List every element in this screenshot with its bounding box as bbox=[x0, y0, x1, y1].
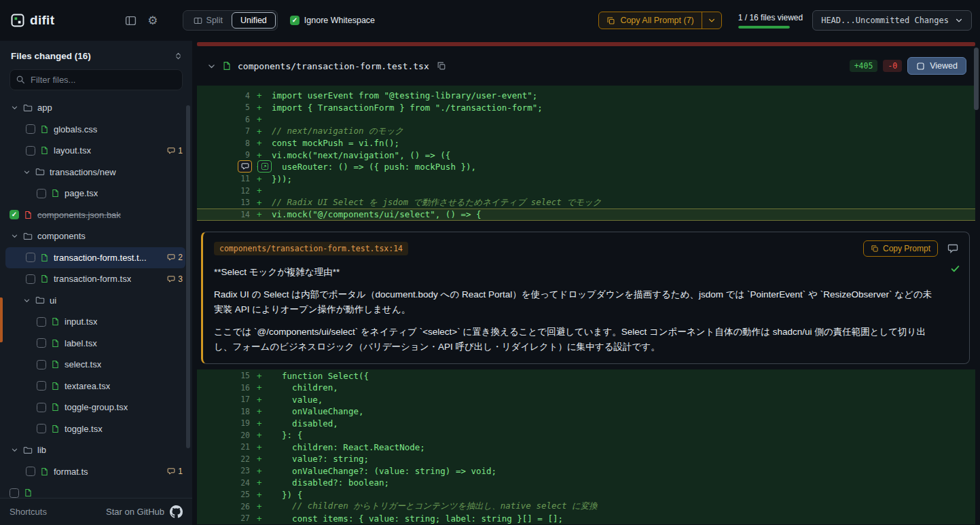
line-number: 5 bbox=[197, 103, 257, 112]
diff-add-sign: + bbox=[257, 150, 272, 160]
sidebar-item-file-selected[interactable]: transaction-form.test.t... 2 bbox=[5, 247, 185, 269]
diff-line[interactable]: 8 + const mockPush = vi.fn(); bbox=[197, 137, 975, 149]
file-checkbox[interactable] bbox=[26, 253, 35, 262]
file-checkbox[interactable] bbox=[10, 488, 19, 498]
sidebar-item-file[interactable]: transaction-form.tsx 3 bbox=[5, 268, 185, 290]
collapse-all-button[interactable] bbox=[174, 52, 183, 60]
file-checkbox[interactable] bbox=[37, 189, 46, 198]
ignore-whitespace-toggle[interactable]: Ignore Whitespace bbox=[290, 16, 375, 25]
star-on-github-link[interactable]: Star on GitHub bbox=[106, 505, 183, 518]
file-checkbox[interactable] bbox=[26, 274, 35, 284]
chevron-down-icon[interactable] bbox=[11, 232, 18, 240]
settings-button[interactable]: ⚙ bbox=[147, 15, 158, 26]
split-view-button[interactable]: Split bbox=[185, 12, 232, 29]
file-checkbox[interactable] bbox=[37, 424, 46, 433]
diff-line[interactable]: 27 + const items: { value: string; label… bbox=[197, 512, 975, 524]
diff-line[interactable]: 23 + onValueChange?: (value: string) => … bbox=[197, 465, 975, 477]
code-text: disabled, bbox=[272, 418, 338, 429]
sidebar-item-file[interactable]: select.tsx bbox=[5, 354, 185, 376]
sidebar-item-file-deleted[interactable]: components.json.bak bbox=[5, 204, 185, 226]
file-checkbox[interactable] bbox=[26, 467, 35, 476]
file-checkbox[interactable] bbox=[10, 210, 19, 219]
sidebar-item-file[interactable]: toggle-group.tsx bbox=[5, 397, 185, 418]
sidebar-item-folder-app[interactable]: app bbox=[5, 97, 185, 119]
diff-line[interactable]: 26 + // children からトリガーとコンテンツを抽出し、native… bbox=[197, 501, 975, 513]
sidebar-item-file[interactable]: format.ts 1 bbox=[5, 461, 185, 483]
sidebar-item-file[interactable]: textarea.tsx bbox=[5, 376, 185, 397]
copy-path-button[interactable] bbox=[437, 61, 446, 71]
collapse-file-chevron-icon[interactable] bbox=[207, 62, 216, 71]
file-checkbox[interactable] bbox=[37, 338, 46, 348]
line-number: 12 bbox=[197, 186, 257, 196]
sidebar-scrollbar[interactable] bbox=[186, 105, 190, 448]
toggle-sidebar-button[interactable] bbox=[125, 15, 137, 26]
diff-line[interactable]: 12 + bbox=[197, 185, 975, 197]
file-icon bbox=[40, 253, 49, 262]
diff-line[interactable]: 18 + onValueChange, bbox=[197, 405, 975, 418]
chevron-down-icon[interactable] bbox=[11, 104, 18, 111]
copy-all-prompt-dropdown[interactable] bbox=[702, 12, 721, 29]
diff-line[interactable]: 22 + value?: string; bbox=[197, 453, 975, 465]
file-name: transaction-form.test.t... bbox=[54, 253, 147, 263]
file-checkbox[interactable] bbox=[37, 381, 46, 391]
copy-prompt-button[interactable]: Copy Prompt bbox=[863, 240, 938, 257]
filter-files-input[interactable] bbox=[10, 69, 183, 90]
sidebar-item-file[interactable]: label.tsx bbox=[5, 333, 185, 355]
file-name: page.tsx bbox=[65, 188, 98, 198]
diff-line[interactable]: 13 + // Radix UI Select を jsdom で動作させるため… bbox=[197, 197, 975, 209]
line-number: 16 bbox=[197, 383, 257, 393]
diff-line[interactable]: 25 + }) { bbox=[197, 488, 975, 501]
diff-line[interactable]: 24 + disabled?: boolean; bbox=[197, 477, 975, 489]
diff-line[interactable]: 17 + value, bbox=[197, 393, 975, 405]
sidebar-item-file[interactable]: page.tsx bbox=[5, 183, 185, 204]
ignore-whitespace-checkbox[interactable] bbox=[290, 16, 300, 25]
diff-line[interactable]: 15 + function Select({ bbox=[197, 369, 975, 382]
chevron-down-icon[interactable] bbox=[11, 446, 18, 454]
ignore-whitespace-label: Ignore Whitespace bbox=[304, 16, 375, 25]
diff-line[interactable]: 16 + children, bbox=[197, 382, 975, 394]
add-comment-button[interactable] bbox=[238, 160, 252, 173]
sidebar-item-folder-lib[interactable]: lib bbox=[5, 439, 185, 461]
sidebar-item-folder-components[interactable]: components bbox=[5, 225, 185, 247]
diff-line[interactable]: 20 + }: { bbox=[197, 429, 975, 441]
diff-line[interactable]: 5 + import { TransactionForm } from "./t… bbox=[197, 102, 975, 114]
viewed-toggle-button[interactable]: Viewed bbox=[907, 57, 966, 75]
diff-line[interactable]: 21 + children: React.ReactNode; bbox=[197, 441, 975, 453]
file-checkbox[interactable] bbox=[37, 317, 46, 327]
sidebar-item-file[interactable]: layout.tsx 1 bbox=[5, 140, 185, 162]
diff-line[interactable]: 4 + import userEvent from "@testing-libr… bbox=[197, 90, 975, 102]
diff-line[interactable]: 6 + bbox=[197, 113, 975, 126]
sidebar-item-file[interactable]: input.tsx bbox=[5, 311, 185, 333]
files-viewed-label: 1 / 16 files viewed bbox=[738, 13, 803, 22]
file-name: layout.tsx bbox=[54, 145, 91, 156]
comment-bubble-button[interactable] bbox=[947, 243, 958, 254]
diff-line[interactable]: 19 + disabled, bbox=[197, 417, 975, 429]
file-checkbox[interactable] bbox=[26, 124, 35, 134]
resolve-comment-button[interactable] bbox=[950, 264, 960, 274]
open-comment-button[interactable] bbox=[257, 160, 272, 173]
diff-line[interactable]: 9 + vi.mock("next/navigation", () => ({ bbox=[197, 149, 975, 162]
diff-line[interactable]: 11 + })); bbox=[197, 173, 975, 185]
comparison-selector[interactable]: HEAD...Uncommitted Changes bbox=[812, 10, 972, 31]
sidebar-item-file-partial[interactable] bbox=[5, 482, 185, 498]
file-path: components/transaction-form.test.tsx bbox=[238, 61, 429, 71]
unified-view-button[interactable]: Unified bbox=[232, 12, 276, 29]
sidebar-item-file[interactable]: globals.css bbox=[5, 119, 185, 141]
copy-all-prompt-button[interactable]: Copy All Prompt (7) bbox=[599, 12, 701, 29]
file-checkbox[interactable] bbox=[26, 146, 35, 156]
sidebar-item-folder-transactions-new[interactable]: transactions/new bbox=[5, 162, 185, 183]
diff-line[interactable]: 14 + vi.mock("@/components/ui/select", (… bbox=[197, 209, 975, 221]
file-checkbox[interactable] bbox=[37, 403, 46, 412]
sidebar-item-file[interactable]: toggle.tsx bbox=[5, 418, 185, 440]
file-checkbox[interactable] bbox=[37, 360, 46, 369]
chevron-down-icon[interactable] bbox=[23, 168, 31, 176]
chevron-down-icon[interactable] bbox=[23, 297, 31, 304]
window-scrollbar-thumb[interactable] bbox=[974, 48, 979, 110]
sidebar-item-folder-ui[interactable]: ui bbox=[5, 290, 185, 312]
line-number: 14 bbox=[197, 210, 257, 219]
line-number: 21 bbox=[197, 442, 257, 452]
diff-line[interactable]: 7 + // next/navigation のモック bbox=[197, 126, 975, 138]
diff-line[interactable]: 10 + useRouter: () => ({ push: mockPush … bbox=[197, 161, 975, 173]
code-text: function Select({ bbox=[272, 371, 369, 381]
shortcuts-link[interactable]: Shortcuts bbox=[10, 507, 47, 517]
